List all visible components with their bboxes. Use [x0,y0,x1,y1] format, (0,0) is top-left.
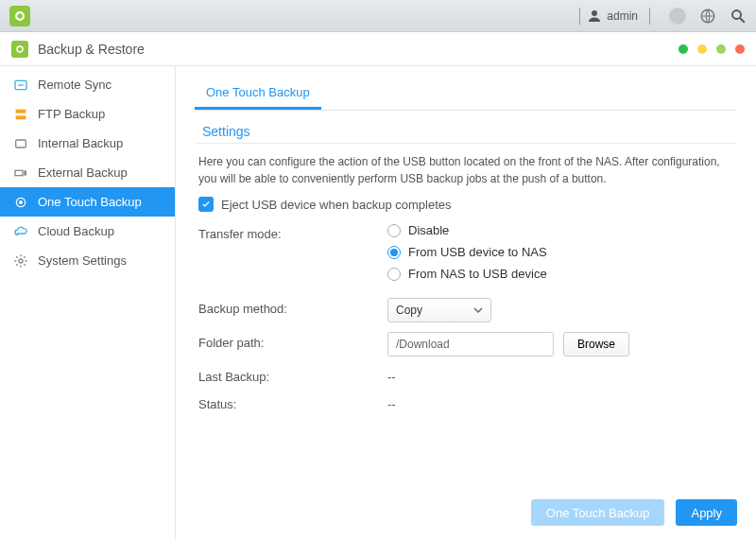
sidebar-item-label: System Settings [38,253,127,268]
svg-point-1 [592,10,597,16]
radio-icon [387,224,401,237]
dot-red[interactable] [735,44,745,54]
divider [579,8,580,25]
svg-rect-8 [16,115,26,119]
ftp-icon [13,107,28,122]
sidebar-item-internal-backup[interactable]: Internal Backup [0,129,175,158]
sidebar-item-label: One Touch Backup [38,195,142,209]
footer: One Touch Backup Apply [531,499,737,526]
status-label: Status: [198,393,387,411]
radio-label: From NAS to USB device [408,267,547,281]
sync-icon [13,78,28,93]
main-panel: One Touch Backup Settings Here you can c… [176,66,756,539]
svg-rect-11 [24,170,26,175]
sidebar-item-ftp-backup[interactable]: FTP Backup [0,99,175,129]
svg-point-5 [17,46,23,52]
radio-label: From USB device to NAS [408,245,547,259]
topbar: admin [0,0,756,32]
last-backup-value: -- [387,366,737,384]
svg-point-13 [19,200,23,204]
globe-icon[interactable] [699,8,716,25]
sidebar-item-label: FTP Backup [38,107,105,121]
status-value: -- [387,393,737,411]
sidebar-item-label: Internal Backup [38,136,123,150]
last-backup-label: Last Backup: [198,366,387,384]
divider [649,8,650,25]
select-value: Copy [396,304,422,317]
svg-point-14 [19,259,23,263]
dot-yellow[interactable] [697,44,707,54]
sidebar-item-external-backup[interactable]: External Backup [0,158,175,187]
radio-nas-to-usb[interactable]: From NAS to USB device [387,267,737,281]
tab-row: One Touch Backup [195,78,737,111]
user-icon [586,8,603,25]
cloud-icon [13,224,28,239]
svg-point-3 [732,10,741,19]
backup-method-select[interactable]: Copy [387,298,491,322]
svg-rect-7 [16,109,26,113]
svg-rect-9 [16,140,26,148]
app-title: Backup & Restore [38,42,145,57]
dot-lime[interactable] [716,44,726,54]
external-icon [13,165,28,181]
sidebar-item-system-settings[interactable]: System Settings [0,246,175,275]
backup-method-label: Backup method: [198,298,387,316]
app-icon [11,41,28,58]
one-touch-backup-button[interactable]: One Touch Backup [531,499,665,526]
radio-usb-to-nas[interactable]: From USB device to NAS [387,245,737,259]
dot-green[interactable] [679,44,688,54]
svg-point-0 [16,12,24,20]
section-title: Settings [195,111,737,144]
internal-icon [13,136,28,151]
radio-disable[interactable]: Disable [387,223,737,237]
gear-icon [13,253,28,269]
chevron-down-icon [473,305,483,315]
svg-rect-10 [15,170,23,175]
username: admin [607,9,638,23]
transfer-mode-label: Transfer mode: [198,223,387,241]
search-icon[interactable] [730,8,747,25]
eject-label: Eject USB device when backup completes [221,198,452,212]
browse-button[interactable]: Browse [563,332,629,356]
notification-icon[interactable] [669,8,686,25]
sidebar-item-label: Cloud Backup [38,224,114,238]
section-description: Here you can configure the action of the… [195,153,737,187]
radio-label: Disable [408,223,449,237]
app-header: Backup & Restore [0,32,756,66]
eject-checkbox-row[interactable]: Eject USB device when backup completes [195,197,737,212]
sidebar-item-one-touch-backup[interactable]: One Touch Backup [0,187,175,217]
apply-button[interactable]: Apply [676,499,737,526]
sidebar: Remote Sync FTP Backup Internal Backup E… [0,66,176,539]
touch-icon [13,195,28,210]
folder-path-input[interactable] [387,332,554,356]
tab-one-touch-backup[interactable]: One Touch Backup [195,78,321,110]
checkbox-checked-icon [198,197,214,212]
sidebar-item-label: Remote Sync [38,78,112,92]
sidebar-item-label: External Backup [38,165,128,180]
radio-icon [387,246,401,259]
radio-icon [387,268,401,281]
sidebar-item-remote-sync[interactable]: Remote Sync [0,70,175,99]
svg-line-4 [740,18,745,23]
sidebar-item-cloud-backup[interactable]: Cloud Backup [0,217,175,246]
folder-path-label: Folder path: [198,332,387,350]
brand-icon [9,6,30,26]
window-controls [679,44,745,54]
